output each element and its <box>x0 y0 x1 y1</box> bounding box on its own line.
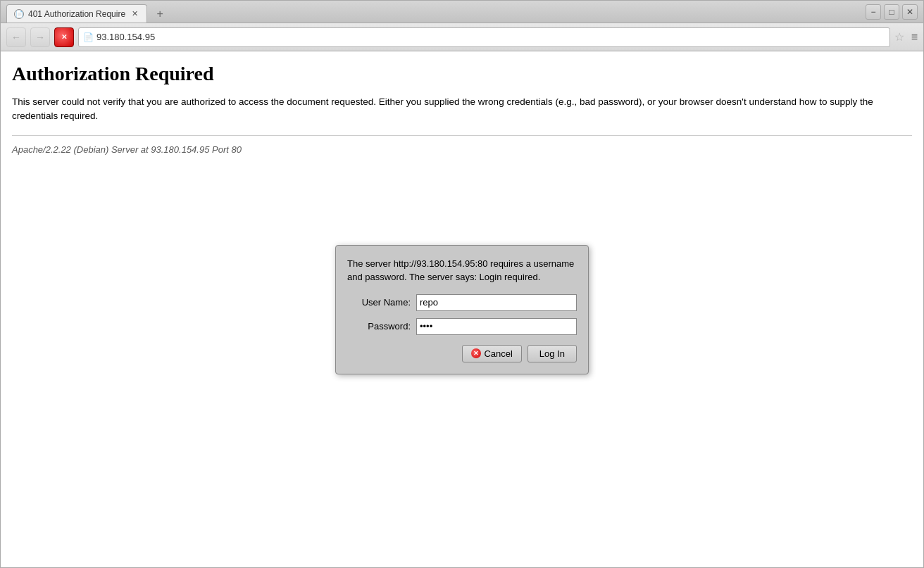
login-button[interactable]: Log In <box>527 345 577 362</box>
username-row: User Name: <box>347 294 577 311</box>
stop-button[interactable]: ✕ <box>54 27 74 47</box>
tab-title: 401 Authorization Require <box>28 9 125 19</box>
window-controls: − □ ✕ <box>866 4 918 20</box>
active-tab[interactable]: 📄 401 Authorization Require ✕ <box>6 4 147 23</box>
cancel-button[interactable]: ✕ Cancel <box>462 345 521 362</box>
nav-bar: ← → ✕ 📄 ☆ ≡ <box>1 23 923 51</box>
page-content: Authorization Required This server could… <box>1 51 923 567</box>
new-tab-button[interactable]: + <box>151 6 168 23</box>
tab-favicon: 📄 <box>14 9 24 19</box>
menu-icon[interactable]: ≡ <box>911 31 918 44</box>
maximize-button[interactable]: □ <box>884 4 899 20</box>
login-label: Log In <box>539 348 565 359</box>
username-label: User Name: <box>347 297 411 308</box>
browser-window: 📄 401 Authorization Require ✕ + − □ ✕ ← … <box>0 0 924 568</box>
auth-dialog: The server http://93.180.154.95:80 requi… <box>335 245 589 374</box>
page-title: Authorization Required <box>12 63 912 85</box>
password-row: Password: <box>347 318 577 335</box>
password-label: Password: <box>347 321 411 332</box>
close-button[interactable]: ✕ <box>902 4 918 20</box>
page-icon: 📄 <box>83 32 94 42</box>
minimize-button[interactable]: − <box>866 4 881 20</box>
password-input[interactable] <box>416 318 577 335</box>
username-input[interactable] <box>416 294 577 311</box>
back-button[interactable]: ← <box>6 27 26 47</box>
forward-button[interactable]: → <box>30 27 50 47</box>
address-bar-container: 📄 <box>78 27 890 47</box>
tab-close-button[interactable]: ✕ <box>130 9 139 19</box>
page-description: This server could not verify that you ar… <box>12 95 912 124</box>
cancel-label: Cancel <box>484 348 512 359</box>
cancel-icon: ✕ <box>471 348 481 358</box>
bookmark-icon[interactable]: ☆ <box>894 30 904 44</box>
divider <box>12 135 912 136</box>
server-info: Apache/2.2.22 (Debian) Server at 93.180.… <box>12 144 912 155</box>
dialog-buttons: ✕ Cancel Log In <box>347 345 577 362</box>
dialog-message: The server http://93.180.154.95:80 requi… <box>347 257 577 284</box>
tab-bar: 📄 401 Authorization Require ✕ + <box>6 1 168 23</box>
address-input[interactable] <box>96 32 885 42</box>
modal-overlay: The server http://93.180.154.95:80 requi… <box>1 51 923 567</box>
title-bar: 📄 401 Authorization Require ✕ + − □ ✕ <box>1 1 923 23</box>
